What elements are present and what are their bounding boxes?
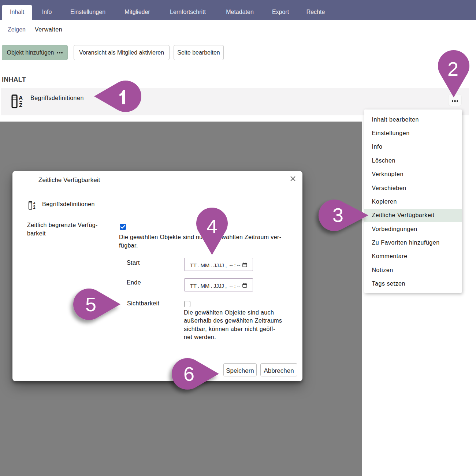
svg-text:Z: Z	[19, 102, 22, 108]
svg-text:A: A	[19, 94, 23, 101]
svg-text:A: A	[33, 201, 36, 205]
svg-text:2: 2	[447, 58, 458, 80]
svg-text:Z: Z	[33, 206, 36, 209]
